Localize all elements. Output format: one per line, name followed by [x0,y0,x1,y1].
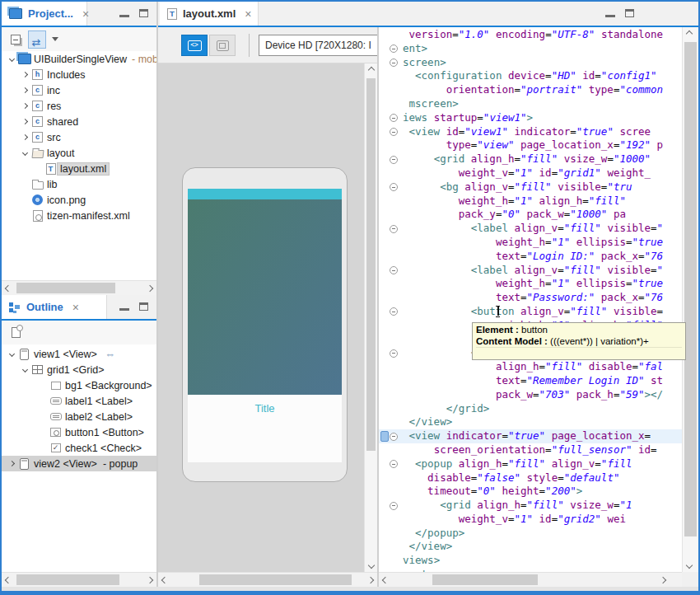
fold-icon[interactable] [390,502,398,510]
tree-item[interactable]: icon.png [2,192,156,208]
scroll-up-icon[interactable] [365,63,377,77]
code-line[interactable]: disable="false" style="default" [379,471,682,485]
outline-item-view1[interactable]: view1 <View>⇔ [2,346,156,362]
minimize-icon[interactable] [119,308,129,311]
fold-icon[interactable] [390,114,398,122]
outline-item-grid1[interactable]: grid1 <Grid> [2,362,156,377]
fold-icon[interactable] [390,156,398,164]
device-selector[interactable]: Device HD [720X1280: I [259,35,377,56]
scrollbar-thumb[interactable] [684,42,697,536]
code-line[interactable]: weight_h="1" align_h="fill" [379,194,682,208]
code-line[interactable]: <popup align_h="fill" align_v="fill [379,457,682,471]
annotation-marker[interactable] [380,431,389,442]
code-line[interactable]: type="view" page_location_x="192" p [379,138,682,152]
outline-item-check1[interactable]: check1 <Check> [2,440,156,456]
fold-icon[interactable] [390,433,398,441]
expander-collapsed-icon[interactable] [7,461,17,466]
scroll-right-icon[interactable] [656,574,670,587]
minimize-icon[interactable] [119,15,129,17]
scrollbar-thumb[interactable] [16,283,115,293]
canvas-vscrollbar[interactable] [364,63,377,572]
design-canvas[interactable]: Title [158,63,364,572]
fold-icon[interactable] [390,183,398,191]
fold-icon[interactable] [390,45,398,53]
fold-icon[interactable] [390,460,398,468]
scroll-left-icon[interactable] [379,574,392,587]
code-line[interactable]: <label align_v="fill" visible=" [379,222,682,236]
code-line[interactable]: <label align_v="fill" visible=" [379,264,682,278]
code-line[interactable]: weight_v="1" id="grid1" weight_ [379,166,682,180]
scroll-right-icon[interactable] [143,574,156,587]
tree-item[interactable]: lib [2,176,156,192]
expander-collapsed-icon[interactable] [20,135,30,139]
tree-item[interactable]: tizen-manifest.xml [2,208,156,223]
code-line[interactable]: weight_h="1" ellipsis="true [379,277,682,291]
scroll-left-icon[interactable] [2,282,15,295]
code-line[interactable]: align_h="fill" disable="fal [379,360,682,374]
scroll-down-icon[interactable] [365,559,377,572]
code-vscrollbar[interactable] [682,27,698,572]
code-line[interactable]: <view indicator="true" page_location_x= [379,429,682,443]
code-line[interactable]: weight_v="1" id="grid2" wei [379,513,682,527]
tree-item[interactable]: shared [2,114,156,129]
tab-layout-xml[interactable]: layout.xml × [160,2,259,26]
link-editor-button[interactable] [28,30,46,49]
code-line[interactable]: <grid align_h="fill" vsize_w="1000" [379,152,682,166]
outline-item-label2[interactable]: label2 <Label> [2,409,156,424]
code-line[interactable]: version="1.0" encoding="UTF-8" standalon… [379,28,682,42]
expander-collapsed-icon[interactable] [20,104,30,108]
code-line[interactable]: </view> [379,415,682,429]
code-line[interactable]: <configuration device="HD" id="config1" [379,69,682,83]
code-hscrollbar[interactable] [379,572,682,587]
project-hscrollbar[interactable] [2,280,156,295]
view-menu-button[interactable] [49,30,61,49]
collapse-all-button[interactable] [7,30,25,49]
tree-item[interactable]: layout.xml [2,161,156,176]
code-line[interactable]: </popup> [379,527,682,541]
fold-icon[interactable] [390,349,398,358]
maximize-icon[interactable] [625,9,634,17]
scrollbar-thumb[interactable] [366,78,376,451]
scroll-down-icon[interactable] [683,559,696,572]
expander-collapsed-icon[interactable] [20,73,30,77]
code-line[interactable]: ent> [379,42,682,56]
design-view-toggle[interactable] [209,35,236,56]
minimize-icon[interactable] [605,15,615,17]
outline-item-button1[interactable]: button1 <Button> [2,424,156,440]
outline-item-view2[interactable]: view2 <View>- popup [2,456,156,471]
expander-collapsed-icon[interactable] [20,88,30,92]
expander-expanded-icon[interactable] [7,57,17,61]
scroll-right-icon[interactable] [143,282,156,295]
scroll-left-icon[interactable] [158,574,171,587]
outline-item-label1[interactable]: label1 <Label> [2,393,156,409]
code-line[interactable]: mscreen> [379,97,682,111]
tab-outline[interactable]: Outline × [2,295,107,319]
code-lines[interactable]: version="1.0" encoding="UTF-8" standalon… [379,27,682,572]
fold-icon[interactable] [390,266,398,274]
tree-item[interactable]: inc [2,82,156,98]
scrollbar-thumb[interactable] [16,574,119,585]
code-line[interactable]: <grid align_h="fill" vsize_w="1 [379,499,682,513]
close-icon[interactable]: × [241,8,251,20]
fold-icon[interactable] [390,59,398,67]
maximize-icon[interactable] [139,9,148,17]
code-line[interactable]: pack_w="703" pack_h="59"></ [379,388,682,402]
expander-collapsed-icon[interactable] [20,119,30,124]
code-line[interactable]: views> [379,554,682,568]
tree-item[interactable]: layout [2,145,156,161]
tree-item[interactable]: res [2,98,156,114]
code-line[interactable]: text="Password:" pack_x="76 [379,291,682,305]
tab-project-explorer[interactable]: Project... × [2,2,87,26]
tree-item-root[interactable]: UIBuilderSingleView- mob [2,51,156,67]
scrollbar-thumb[interactable] [199,574,352,585]
code-line[interactable]: <button align_v="fill" visible= [379,305,682,319]
canvas-hscrollbar[interactable] [158,572,377,587]
code-line[interactable]: orientation="portrait" type="common [379,83,682,97]
tree-item[interactable]: Includes [2,67,156,82]
code-line[interactable]: </grid> [379,402,682,416]
code-line[interactable]: iews startup="view1"> [379,111,682,125]
outline-item-bg1[interactable]: bg1 <Background> [2,377,156,393]
maximize-icon[interactable] [139,302,148,311]
code-line[interactable]: screen_orientation="full_sensor" id= [379,443,682,457]
close-icon[interactable]: × [69,302,79,313]
